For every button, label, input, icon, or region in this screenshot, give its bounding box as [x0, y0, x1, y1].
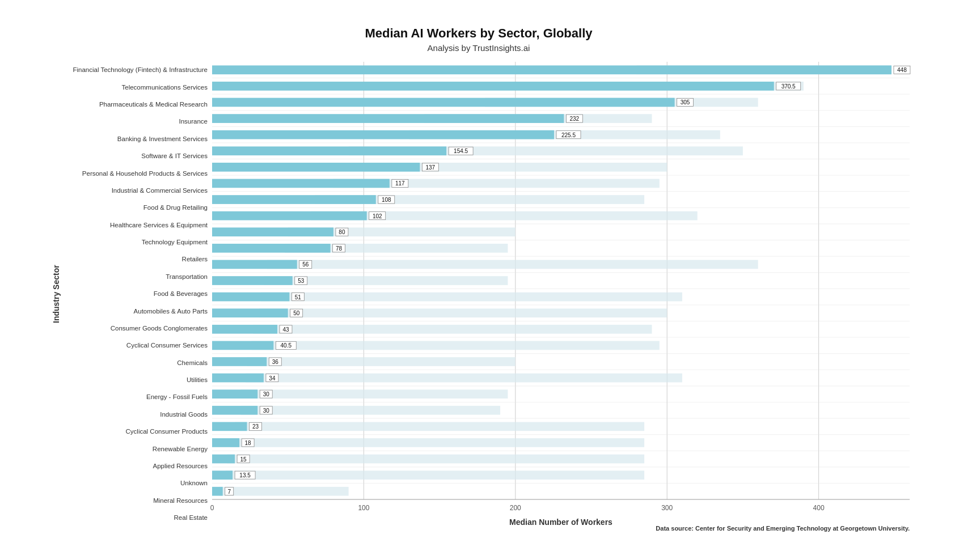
- svg-text:43: 43: [282, 327, 289, 333]
- svg-rect-105: [212, 389, 257, 399]
- y-label: Chemicals: [65, 354, 212, 371]
- y-label: Automobiles & Auto Parts: [65, 303, 212, 320]
- svg-rect-79: [259, 308, 667, 317]
- y-label: Technology Equipment: [65, 234, 212, 251]
- svg-rect-100: [212, 374, 264, 383]
- chart-subtitle: Analysis by TrustInsights.ai: [48, 43, 910, 53]
- svg-text:154.5: 154.5: [454, 148, 468, 154]
- svg-rect-6: [212, 65, 892, 74]
- y-label: Food & Drug Retailing: [65, 200, 212, 217]
- svg-text:370.5: 370.5: [782, 83, 796, 90]
- x-tick: 300: [661, 504, 673, 512]
- x-tick: 0: [210, 504, 214, 512]
- y-label: Cyclical Consumer Services: [65, 337, 212, 354]
- svg-rect-84: [253, 325, 652, 334]
- plot-area: 448370.5305232225.5154.51371171081028078…: [212, 62, 910, 527]
- svg-text:50: 50: [293, 310, 300, 316]
- svg-rect-109: [241, 406, 500, 415]
- svg-text:34: 34: [269, 375, 276, 382]
- svg-rect-104: [241, 389, 508, 399]
- svg-text:78: 78: [336, 245, 343, 252]
- y-label: Consumer Goods Conglomerates: [65, 320, 212, 337]
- svg-text:15: 15: [240, 456, 247, 463]
- svg-rect-64: [267, 260, 758, 269]
- svg-text:232: 232: [570, 116, 580, 122]
- svg-text:137: 137: [425, 164, 435, 171]
- svg-text:225.5: 225.5: [561, 132, 576, 138]
- y-label: Utilities: [65, 372, 212, 389]
- y-label: Real Estate: [65, 510, 212, 527]
- svg-text:108: 108: [382, 197, 391, 203]
- y-label: Healthcare Services & Equipment: [65, 217, 212, 234]
- x-tick: 200: [510, 504, 521, 512]
- y-label: Retailers: [65, 251, 212, 268]
- y-label: Telecommunications Services: [65, 79, 212, 96]
- chart-container: Median AI Workers by Sector, Globally An…: [36, 15, 944, 536]
- svg-text:18: 18: [245, 440, 252, 446]
- y-label: Pharmaceuticals & Medical Research: [65, 96, 212, 113]
- svg-rect-15: [212, 98, 675, 107]
- chart-title: Median AI Workers by Sector, Globally: [48, 26, 910, 41]
- y-label: Personal & Household Products & Services: [65, 165, 212, 182]
- svg-rect-60: [212, 244, 331, 253]
- svg-rect-120: [212, 438, 239, 447]
- svg-rect-130: [212, 471, 233, 480]
- svg-rect-125: [212, 455, 235, 464]
- svg-rect-50: [212, 211, 367, 221]
- svg-text:13.5: 13.5: [239, 472, 251, 478]
- svg-text:56: 56: [302, 261, 309, 268]
- svg-rect-74: [261, 293, 682, 302]
- footnote: Data source: Center for Security and Eme…: [656, 525, 910, 532]
- svg-text:305: 305: [681, 99, 690, 105]
- y-label: Applied Resources: [65, 458, 212, 475]
- svg-text:23: 23: [252, 423, 259, 430]
- svg-rect-49: [311, 211, 698, 221]
- x-axis: 0100200300400: [212, 499, 910, 516]
- svg-rect-110: [212, 406, 257, 415]
- svg-rect-129: [226, 471, 644, 480]
- svg-text:117: 117: [395, 180, 405, 187]
- svg-text:51: 51: [295, 294, 302, 300]
- svg-rect-119: [230, 438, 644, 447]
- svg-text:30: 30: [263, 408, 270, 414]
- svg-rect-20: [212, 114, 564, 123]
- svg-rect-35: [212, 163, 420, 172]
- svg-rect-124: [227, 455, 644, 464]
- svg-text:448: 448: [897, 67, 907, 73]
- y-label: Industrial & Commercial Services: [65, 183, 212, 200]
- svg-rect-135: [212, 487, 223, 496]
- y-label: Energy - Fossil Fuels: [65, 389, 212, 406]
- svg-text:102: 102: [373, 213, 382, 219]
- x-tick: 400: [813, 504, 825, 512]
- svg-rect-99: [246, 374, 682, 383]
- svg-rect-114: [235, 422, 644, 431]
- svg-rect-94: [247, 357, 516, 366]
- svg-rect-25: [212, 130, 554, 139]
- svg-text:36: 36: [272, 359, 279, 365]
- bars-svg: 448370.5305232225.5154.51371171081028078…: [212, 62, 910, 499]
- y-label: Cyclical Consumer Products: [65, 423, 212, 440]
- y-labels: Financial Technology (Fintech) & Infrast…: [65, 62, 212, 527]
- y-label: Mineral Resources: [65, 492, 212, 509]
- svg-rect-95: [212, 357, 267, 366]
- y-label: Software & IT Services: [65, 148, 212, 165]
- y-label: Food & Beverages: [65, 286, 212, 303]
- bars-container: 448370.5305232225.5154.51371171081028078…: [212, 62, 910, 499]
- svg-rect-10: [212, 82, 774, 91]
- svg-rect-89: [252, 341, 660, 350]
- svg-rect-40: [212, 179, 390, 188]
- svg-rect-30: [212, 146, 446, 155]
- svg-rect-45: [212, 195, 376, 204]
- svg-rect-70: [212, 276, 293, 285]
- svg-text:80: 80: [339, 229, 345, 235]
- y-label: Banking & Investment Services: [65, 131, 212, 148]
- svg-text:53: 53: [298, 278, 305, 284]
- svg-text:30: 30: [263, 391, 270, 397]
- svg-rect-115: [212, 422, 247, 431]
- x-tick: 100: [358, 504, 369, 512]
- y-label: Transportation: [65, 269, 212, 286]
- svg-text:7: 7: [227, 489, 231, 495]
- svg-rect-55: [212, 227, 333, 236]
- svg-rect-65: [212, 260, 297, 269]
- y-label: Financial Technology (Fintech) & Infrast…: [65, 62, 212, 79]
